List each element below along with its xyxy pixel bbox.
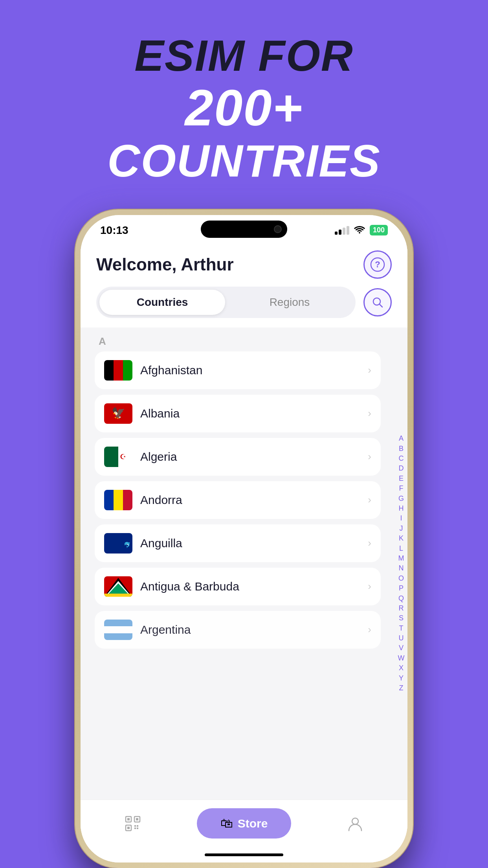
store-button[interactable]: 🛍 Store	[197, 808, 292, 839]
alpha-e[interactable]: E	[399, 474, 404, 483]
alpha-t[interactable]: T	[399, 624, 404, 633]
chevron-icon: ›	[368, 364, 371, 376]
svg-rect-12	[104, 490, 114, 510]
chevron-icon: ›	[368, 537, 371, 549]
alpha-r[interactable]: R	[399, 604, 404, 613]
svg-line-3	[380, 304, 383, 307]
flag-andorra	[104, 490, 132, 510]
alpha-x[interactable]: X	[399, 664, 404, 673]
svg-rect-14	[123, 490, 132, 510]
alpha-k[interactable]: K	[399, 534, 404, 543]
flag-anguilla: 🐬	[104, 533, 132, 554]
country-row[interactable]: Argentina ›	[95, 611, 381, 649]
alpha-i[interactable]: I	[400, 514, 402, 523]
profile-nav-item[interactable]	[347, 815, 364, 832]
country-row[interactable]: 🐬 Anguilla ›	[95, 524, 381, 562]
welcome-title: Welcome, Arthur	[96, 255, 234, 274]
alpha-j[interactable]: J	[400, 524, 403, 533]
hero-line1: ESIM FOR	[107, 31, 380, 80]
svg-rect-31	[134, 825, 136, 827]
qr-nav-item[interactable]	[124, 815, 141, 832]
signal-icon	[335, 226, 349, 235]
alpha-b[interactable]: B	[399, 444, 404, 453]
alpha-y[interactable]: Y	[399, 674, 404, 683]
store-icon: 🛍	[220, 816, 233, 831]
svg-rect-33	[134, 828, 136, 829]
status-bar: 10:13	[81, 215, 407, 239]
country-list: A Afghanistan ›	[81, 327, 395, 800]
svg-rect-28	[127, 818, 130, 820]
country-name: Algeria	[140, 450, 360, 463]
chevron-icon: ›	[368, 407, 371, 419]
help-button[interactable]: ?	[363, 250, 392, 279]
alpha-v[interactable]: V	[399, 644, 404, 653]
svg-text:🐬: 🐬	[124, 542, 131, 548]
store-label: Store	[238, 817, 268, 830]
svg-text:🦅: 🦅	[112, 406, 125, 419]
bottom-nav: 🛍 Store	[81, 800, 407, 847]
country-name: Anguilla	[140, 537, 360, 550]
flag-algeria: ☪	[104, 447, 132, 467]
svg-rect-24	[104, 626, 132, 633]
chevron-icon: ›	[368, 623, 371, 636]
section-header-a: A	[95, 327, 381, 351]
alpha-g[interactable]: G	[398, 494, 404, 503]
svg-rect-13	[114, 490, 123, 510]
front-camera	[274, 225, 282, 233]
svg-rect-16	[104, 537, 132, 540]
chevron-icon: ›	[368, 580, 371, 592]
alphabet-index: A B C D E F G H I J K L M N O	[395, 327, 407, 800]
app-header: Welcome, Arthur ?	[81, 239, 407, 287]
alpha-a[interactable]: A	[399, 434, 404, 443]
dynamic-island	[201, 221, 287, 238]
tab-regions[interactable]: Regions	[227, 290, 352, 315]
alpha-w[interactable]: W	[398, 654, 405, 663]
alpha-n[interactable]: N	[399, 564, 404, 573]
country-row[interactable]: Afghanistan ›	[95, 351, 381, 389]
alpha-c[interactable]: C	[399, 454, 404, 463]
country-row[interactable]: ☪ Algeria ›	[95, 438, 381, 476]
svg-point-35	[352, 818, 358, 824]
tab-countries[interactable]: Countries	[99, 290, 225, 315]
hero-line3: COUNTRIES	[107, 136, 380, 186]
phone-screen: 10:13	[81, 215, 407, 862]
home-bar	[205, 853, 283, 856]
country-name: Albania	[140, 407, 360, 420]
country-row[interactable]: 🦅 Albania ›	[95, 395, 381, 432]
alpha-l[interactable]: L	[399, 544, 403, 553]
search-button[interactable]	[363, 288, 392, 316]
battery-badge: 100	[370, 225, 388, 235]
svg-rect-4	[104, 360, 114, 381]
flag-albania: 🦅	[104, 403, 132, 424]
alpha-s[interactable]: S	[399, 614, 404, 623]
alpha-m[interactable]: M	[398, 554, 404, 563]
home-indicator	[81, 847, 407, 862]
alpha-p[interactable]: P	[399, 584, 404, 593]
tab-section: Countries Regions	[81, 287, 407, 327]
country-list-area: A Afghanistan ›	[81, 327, 407, 800]
phone-mockup: 10:13	[75, 210, 413, 868]
chevron-icon: ›	[368, 451, 371, 463]
alpha-z[interactable]: Z	[399, 684, 404, 693]
svg-rect-30	[127, 827, 130, 829]
country-name: Antigua & Barbuda	[140, 580, 360, 593]
country-name: Andorra	[140, 493, 360, 507]
alpha-u[interactable]: U	[399, 634, 404, 643]
country-row[interactable]: Antigua & Barbuda ›	[95, 568, 381, 605]
flag-afghanistan	[104, 360, 132, 381]
alpha-q[interactable]: Q	[398, 594, 404, 603]
status-time: 10:13	[100, 224, 128, 237]
svg-rect-5	[114, 360, 123, 381]
alpha-f[interactable]: F	[399, 484, 404, 493]
svg-rect-9	[104, 447, 118, 467]
svg-rect-34	[137, 828, 138, 829]
hero-section: ESIM FOR 200+ COUNTRIES	[107, 0, 380, 186]
alpha-o[interactable]: O	[398, 574, 404, 583]
alpha-d[interactable]: D	[399, 464, 404, 473]
wifi-icon	[354, 225, 365, 236]
country-row[interactable]: Andorra ›	[95, 481, 381, 519]
alpha-h[interactable]: H	[399, 504, 404, 513]
tab-pills: Countries Regions	[96, 287, 356, 318]
svg-rect-29	[136, 818, 138, 820]
flag-argentina	[104, 620, 132, 640]
